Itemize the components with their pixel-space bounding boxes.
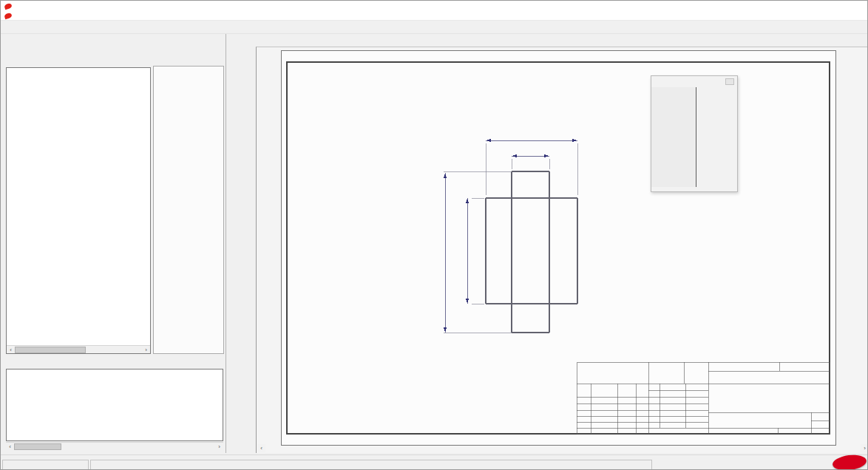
status-window-divider bbox=[696, 87, 696, 187]
view-toolbar bbox=[256, 34, 868, 47]
sheet-outer-frame bbox=[281, 50, 835, 445]
statusbar-cell bbox=[90, 460, 652, 470]
project-panel: ‹ › ‹ › bbox=[1, 34, 226, 453]
status-window-body bbox=[651, 87, 695, 187]
scroll-right-icon[interactable]: › bbox=[142, 346, 150, 354]
scroll-left-icon[interactable]: ‹ bbox=[257, 444, 265, 452]
app-logo-icon bbox=[4, 3, 13, 10]
model-tree[interactable]: ‹ › bbox=[6, 67, 151, 354]
list-hscrollbar[interactable]: ‹ › bbox=[6, 442, 223, 450]
close-button[interactable] bbox=[847, 1, 868, 12]
status-window-close-icon[interactable] bbox=[725, 78, 734, 85]
scroll-right-icon[interactable]: › bbox=[861, 444, 868, 452]
status-bar bbox=[1, 454, 868, 470]
status-window[interactable] bbox=[651, 75, 738, 192]
caddy-main-window: ‹ › ‹ › bbox=[0, 0, 868, 470]
drawing-canvas[interactable]: ‹ › bbox=[256, 47, 868, 453]
restore-button[interactable] bbox=[826, 1, 847, 12]
menu-bar bbox=[1, 12, 868, 21]
canvas-hscrollbar[interactable]: ‹ › bbox=[257, 444, 868, 453]
datasolid-logo bbox=[832, 453, 867, 470]
statusbar-cell bbox=[2, 460, 89, 470]
scroll-left-icon[interactable]: ‹ bbox=[6, 443, 14, 451]
drawing-sheet bbox=[257, 47, 868, 454]
tree-hscrollbar[interactable]: ‹ › bbox=[7, 345, 150, 353]
objektname-header bbox=[154, 67, 223, 69]
selection-list[interactable] bbox=[6, 369, 223, 441]
minimize-button[interactable] bbox=[804, 1, 826, 12]
cad-tools-toolbar bbox=[226, 34, 256, 453]
scroll-left-icon[interactable]: ‹ bbox=[7, 346, 15, 354]
scroll-thumb[interactable] bbox=[14, 443, 61, 450]
title-bar bbox=[1, 1, 868, 12]
document-logo-icon bbox=[4, 13, 13, 20]
scroll-right-icon[interactable]: › bbox=[215, 443, 223, 451]
scroll-thumb[interactable] bbox=[15, 347, 86, 353]
standard-toolbar bbox=[1, 21, 868, 34]
objektname-panel bbox=[153, 66, 224, 354]
